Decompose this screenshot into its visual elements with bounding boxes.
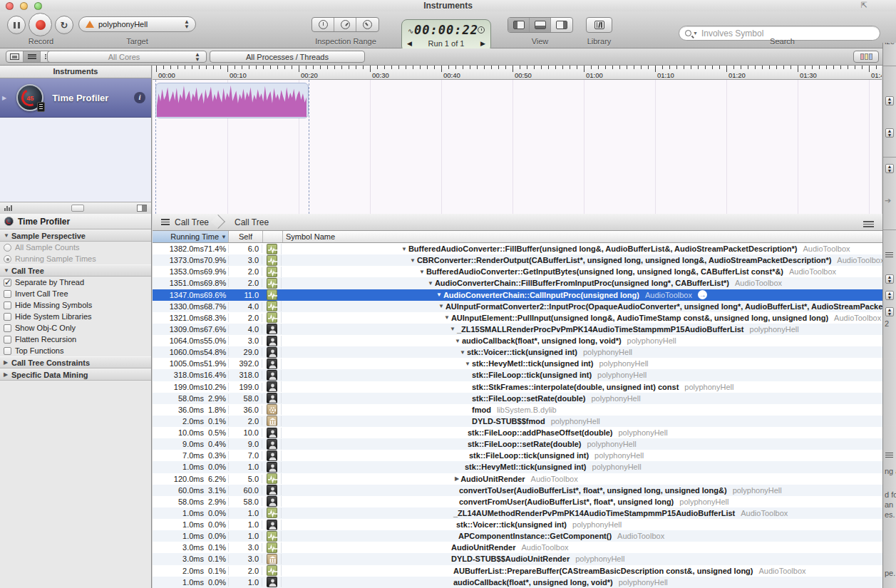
- checkbox-show-obj-c-only[interactable]: [4, 324, 11, 332]
- inspection-range-end-button[interactable]: [356, 18, 379, 31]
- disclosure-triangle-icon[interactable]: ▼: [401, 246, 407, 252]
- disclosure-triangle-icon[interactable]: ▶: [455, 475, 459, 482]
- view-left-pane-button[interactable]: [508, 18, 530, 32]
- table-row[interactable]: 1.0ms 0.0% 1.0 _ZL14AUMethodRenderPvPmPK…: [153, 507, 882, 519]
- stepper-control[interactable]: ▲▼: [885, 291, 894, 300]
- table-row[interactable]: 1005.0ms 51.9% 392.0 ▼ stk::HevyMetl::ti…: [153, 358, 882, 369]
- table-row[interactable]: 3.0ms 0.1% 3.0 AudioUnitRender AudioTool…: [153, 542, 882, 553]
- action-menu-icon[interactable]: [885, 251, 893, 259]
- stepper-control[interactable]: ▲▼: [885, 307, 894, 316]
- sidebar-section-call-tree-constraints[interactable]: ▶ Call Tree Constraints: [0, 356, 151, 368]
- sidebar-option[interactable]: All Sample Counts: [0, 242, 151, 253]
- disclosure-triangle-icon[interactable]: ▼: [460, 349, 465, 356]
- checkbox-hide-missing-symbols[interactable]: [4, 301, 11, 309]
- table-row[interactable]: 1.0ms 0.0% 1.0 audioCallback(float*, uns…: [153, 577, 882, 588]
- sidebar-option[interactable]: Invert Call Tree: [0, 288, 151, 299]
- table-row[interactable]: 1.0ms 0.0% 1.0 stk::HevyMetl::tick(unsig…: [153, 461, 882, 473]
- view-bottom-pane-button[interactable]: [530, 18, 551, 32]
- sidebar-section-call-tree[interactable]: ▼ Call Tree: [0, 264, 151, 277]
- table-row[interactable]: 318.0ms 16.4% 318.0 stk::FileLoop::tick(…: [153, 369, 882, 381]
- breadcrumb-item-call-tree[interactable]: Call Tree: [153, 214, 219, 230]
- info-button[interactable]: i: [134, 92, 145, 103]
- disclosure-triangle-icon[interactable]: ▼: [455, 338, 460, 344]
- table-row[interactable]: 36.0ms 1.8% 36.0 fmod libSystem.B.dylib: [153, 404, 882, 416]
- disclosure-triangle-icon[interactable]: ▼: [444, 314, 450, 321]
- split-pane-icon[interactable]: [137, 205, 147, 212]
- zoom-slider[interactable]: [71, 205, 84, 212]
- columns-button[interactable]: [853, 51, 879, 63]
- sidebar-section-sample-perspective[interactable]: ▼ Sample Perspective: [0, 229, 151, 242]
- timeline-track-area[interactable]: 00:0000:1000:2000:3000:4000:5001:0001:10…: [153, 66, 882, 214]
- sidebar-option[interactable]: Top Functions: [0, 345, 151, 356]
- disclosure-triangle-icon[interactable]: ▼: [419, 269, 425, 275]
- stepper-control[interactable]: ▲▼: [885, 274, 894, 284]
- radio-running-sample-times[interactable]: [4, 255, 11, 263]
- column-header-self[interactable]: Self: [229, 231, 263, 242]
- checkbox-separate-by-thread[interactable]: [4, 279, 11, 287]
- checkbox-hide-system-libraries[interactable]: [4, 313, 11, 321]
- table-row[interactable]: 1382.0ms 71.4% 6.0 ▼ BufferedAudioConver…: [153, 243, 882, 254]
- selection-start-marker[interactable]: [155, 80, 156, 214]
- cores-popup[interactable]: All Cores ▲▼: [47, 51, 207, 63]
- stepper-control[interactable]: ▲▼: [885, 96, 894, 105]
- sidebar-option[interactable]: Flatten Recursion: [0, 334, 151, 345]
- disclosure-triangle-icon[interactable]: ▼: [465, 361, 470, 367]
- chevron-right-icon[interactable]: ▶: [4, 371, 11, 378]
- loop-button[interactable]: ↻: [55, 16, 73, 34]
- table-row[interactable]: 1347.0ms 69.6% 11.0 ▼ AudioConverterChai…: [153, 289, 882, 301]
- checkbox-flatten-recursion[interactable]: [4, 336, 11, 344]
- column-header-symbol-name[interactable]: Symbol Name: [283, 231, 882, 242]
- table-row[interactable]: 1064.0ms 55.0% 3.0 ▼ audioCallback(float…: [153, 335, 882, 346]
- checkbox-invert-call-tree[interactable]: [4, 290, 11, 298]
- sidebar-section-specific-data-mining[interactable]: ▶ Specific Data Mining: [0, 368, 151, 381]
- stepper-control[interactable]: ▲▼: [885, 128, 894, 138]
- table-row[interactable]: 1321.0ms 68.3% 2.0 ▼ AUInputElement::Pul…: [153, 312, 882, 324]
- table-row[interactable]: 58.0ms 2.9% 58.0 convertFromUser(AudioBu…: [153, 496, 882, 507]
- table-row[interactable]: 1353.0ms 69.9% 2.0 ▼ BufferedAudioConver…: [153, 266, 882, 277]
- table-row[interactable]: 199.0ms 10.2% 199.0 stk::StkFrames::inte…: [153, 381, 882, 393]
- expand-icon[interactable]: ⇱: [861, 1, 867, 10]
- selection-end-marker[interactable]: [309, 80, 309, 214]
- disclosure-triangle-icon[interactable]: ▼: [450, 326, 455, 332]
- disclosure-triangle-icon[interactable]: ▼: [428, 280, 433, 287]
- sidebar-option[interactable]: Hide System Libraries: [0, 311, 151, 322]
- table-row[interactable]: 1.0ms 0.0% 1.0 APComponentInstance::GetC…: [153, 530, 882, 542]
- track-view-mode-1-button[interactable]: [6, 51, 24, 62]
- track-view-mode-2-button[interactable]: [24, 51, 41, 62]
- table-row[interactable]: 3.0ms 0.1% 3.0 DYLD-STUB$$AudioUnitRende…: [153, 553, 882, 564]
- view-right-pane-button[interactable]: [551, 18, 572, 32]
- table-row[interactable]: 1351.0ms 69.8% 2.0 ▼ AudioConverterChain…: [153, 277, 882, 289]
- radio-all-sample-counts[interactable]: [4, 244, 11, 252]
- sidebar-option[interactable]: Running Sample Times: [0, 253, 151, 264]
- processes-popup[interactable]: All Processes / Threads: [210, 51, 365, 63]
- table-row[interactable]: 1309.0ms 67.6% 4.0 ▼ _ZL15SMALLRenderPro…: [153, 324, 882, 335]
- pause-button[interactable]: [7, 16, 26, 34]
- stepper-control[interactable]: ▲▼: [885, 164, 894, 173]
- chevron-down-icon[interactable]: ▼: [4, 267, 11, 274]
- time-profiler-track-row[interactable]: ▶ 45 Time Profiler i: [0, 78, 151, 118]
- sidebar-option[interactable]: Hide Missing Symbols: [0, 299, 151, 311]
- column-header-icon[interactable]: [263, 231, 283, 242]
- checkbox-top-functions[interactable]: [4, 347, 11, 355]
- next-run-button[interactable]: ▶: [480, 40, 485, 47]
- chevron-down-icon[interactable]: ▼: [4, 232, 11, 239]
- table-row[interactable]: 60.0ms 3.1% 60.0 convertToUser(AudioBuff…: [153, 485, 882, 496]
- action-menu-icon[interactable]: [885, 451, 893, 459]
- table-row[interactable]: 58.0ms 2.9% 58.0 stk::FileLoop::setRate(…: [153, 393, 882, 404]
- table-row[interactable]: 120.0ms 6.2% 5.0 ▶ AudioUnitRender Audio…: [153, 473, 882, 485]
- table-row[interactable]: 1373.0ms 70.9% 3.0 ▼ CBRConverter::Rende…: [153, 254, 882, 266]
- table-row[interactable]: 1330.0ms 68.7% 4.0 ▼ AUInputFormatConver…: [153, 301, 882, 312]
- record-button[interactable]: [29, 13, 52, 36]
- column-header-running-time[interactable]: Running Time ▼: [153, 231, 229, 242]
- sidebar-option[interactable]: Separate by Thread: [0, 277, 151, 288]
- breadcrumb-item-call-tree-2[interactable]: Call Tree: [219, 214, 279, 230]
- inspection-range-clear-button[interactable]: [334, 18, 356, 31]
- bar-chart-icon[interactable]: [4, 205, 12, 211]
- disclosure-triangle-icon[interactable]: ▼: [436, 292, 442, 298]
- disclosure-icon[interactable]: ▶: [2, 95, 6, 101]
- table-row[interactable]: 1060.0ms 54.8% 29.0 ▼ stk::Voicer::tick(…: [153, 346, 882, 358]
- table-row[interactable]: 2.0ms 0.1% 2.0 DYLD-STUB$$fmod polyphony…: [153, 416, 882, 427]
- target-popup[interactable]: polyphonyHell ▲▼: [78, 16, 196, 32]
- focus-arrow-button[interactable]: →: [698, 290, 707, 299]
- table-row[interactable]: 10.0ms 0.5% 10.0 stk::FileLoop::addPhase…: [153, 427, 882, 438]
